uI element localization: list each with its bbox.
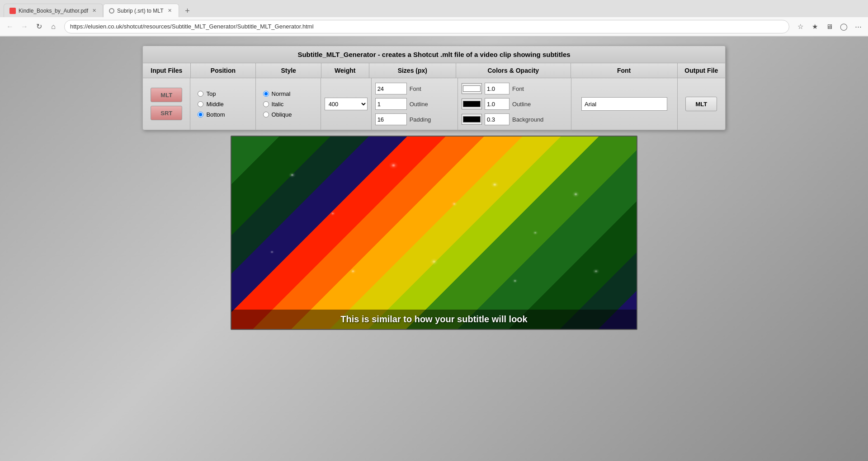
outline-size-label: Outline — [410, 101, 428, 108]
toolbar-icons: ☆ ★ 🖥 ◯ ⋯ — [794, 20, 864, 33]
tab-srt-close[interactable]: ✕ — [166, 7, 173, 14]
background-opacity-input[interactable] — [485, 113, 509, 125]
style-normal-label: Normal — [272, 90, 291, 97]
water-drops-overlay — [231, 136, 637, 329]
style-col: Normal Italic Oblique — [256, 78, 321, 130]
position-top-radio[interactable] — [198, 91, 203, 97]
colors-col: Font Outline Background — [458, 78, 571, 130]
style-radio-group: Normal Italic Oblique — [259, 89, 317, 120]
add-tab-button[interactable]: + — [181, 5, 193, 17]
tab-pdf[interactable]: Kindle_Books_by_Author.pdf ✕ — [4, 4, 103, 17]
position-middle-label: Middle — [206, 101, 223, 108]
toolbar-bar: ← → ↻ ⌂ ☆ ★ 🖥 ◯ ⋯ — [0, 17, 868, 36]
font-col — [571, 78, 677, 130]
style-oblique-label: Oblique — [272, 111, 292, 118]
address-bar[interactable] — [64, 20, 789, 33]
background-color-row: Background — [462, 113, 567, 125]
font-size-input[interactable] — [375, 83, 407, 94]
position-bottom-radio[interactable] — [198, 112, 203, 118]
preview-area: This is similar to how your subtitle wil… — [231, 136, 637, 330]
header-output: Output File — [678, 63, 725, 78]
font-name-input[interactable] — [581, 97, 667, 111]
menu-icon[interactable]: ⋯ — [852, 20, 864, 33]
browser-chrome: Kindle_Books_by_Author.pdf ✕ Subrip (.sr… — [0, 0, 868, 37]
column-headers: Input Files Position Style Weight Sizes … — [143, 63, 725, 78]
font-color-swatch[interactable] — [462, 83, 482, 94]
background-color-label: Background — [512, 116, 543, 123]
app-panel: Subtitle_MLT_Generator - creates a Shotc… — [142, 46, 726, 130]
outline-color-swatch[interactable] — [462, 99, 482, 109]
subtitle-text: This is similar to how your subtitle wil… — [340, 314, 527, 325]
header-font: Font — [571, 63, 678, 78]
position-radio-group: Top Middle Bottom — [194, 89, 251, 120]
position-top-option[interactable]: Top — [198, 90, 248, 97]
back-button[interactable]: ← — [4, 20, 16, 33]
outline-size-input[interactable] — [375, 98, 407, 110]
position-top-label: Top — [206, 90, 216, 97]
outline-size-row: Outline — [375, 98, 454, 110]
position-middle-option[interactable]: Middle — [198, 101, 248, 108]
reload-button[interactable]: ↻ — [33, 20, 45, 33]
style-oblique-radio[interactable] — [263, 112, 269, 118]
pdf-icon — [9, 8, 16, 14]
extensions-icon[interactable]: 🖥 — [823, 20, 835, 33]
output-col: MLT — [678, 78, 725, 130]
tab-srt-label: Subrip (.srt) to MLT — [117, 8, 163, 14]
outline-color-label: Outline — [512, 101, 531, 108]
position-col: Top Middle Bottom — [190, 78, 255, 130]
tab-bar: Kindle_Books_by_Author.pdf ✕ Subrip (.sr… — [0, 0, 868, 17]
collections-icon[interactable]: ★ — [808, 20, 821, 33]
tab-pdf-close[interactable]: ✕ — [91, 7, 97, 14]
app-title: Subtitle_MLT_Generator - creates a Shotc… — [143, 46, 725, 63]
mlt-output-button[interactable]: MLT — [685, 97, 717, 111]
style-normal-radio[interactable] — [263, 91, 269, 97]
tab-pdf-label: Kindle_Books_by_Author.pdf — [19, 8, 88, 14]
style-oblique-option[interactable]: Oblique — [263, 111, 313, 118]
position-bottom-label: Bottom — [206, 111, 225, 118]
home-button[interactable]: ⌂ — [47, 20, 60, 33]
style-normal-option[interactable]: Normal — [263, 90, 313, 97]
font-color-label: Font — [512, 85, 524, 92]
tab-srt[interactable]: Subrip (.srt) to MLT ✕ — [103, 4, 179, 17]
header-input-files: Input Files — [143, 63, 191, 78]
font-color-row: Font — [462, 83, 567, 94]
header-style: Style — [256, 63, 321, 78]
doc-icon — [109, 8, 114, 14]
outline-color-row: Outline — [462, 98, 567, 110]
header-colors: Colors & Opacity — [456, 63, 571, 78]
weight-select[interactable]: 100 200 300 400 500 600 700 800 900 — [325, 98, 368, 110]
padding-size-input[interactable] — [375, 113, 407, 125]
outline-opacity-input[interactable] — [485, 98, 509, 110]
sizes-col: Font Outline Padding — [372, 78, 458, 130]
padding-size-row: Padding — [375, 113, 454, 125]
content-area: Subtitle_MLT_Generator - creates a Shotc… — [0, 37, 868, 339]
position-bottom-option[interactable]: Bottom — [198, 111, 248, 118]
favorites-icon[interactable]: ☆ — [794, 20, 807, 33]
font-size-row: Font — [375, 83, 454, 94]
font-opacity-input[interactable] — [485, 83, 509, 94]
background-color-swatch[interactable] — [462, 114, 482, 125]
input-files-col: MLT SRT — [143, 78, 190, 130]
style-italic-radio[interactable] — [263, 101, 269, 107]
profile-icon[interactable]: ◯ — [837, 20, 850, 33]
mlt-input-button[interactable]: MLT — [151, 88, 182, 102]
subtitle-bar: This is similar to how your subtitle wil… — [231, 310, 637, 329]
pencils-container — [231, 136, 637, 329]
header-position: Position — [191, 63, 256, 78]
padding-size-label: Padding — [410, 116, 431, 123]
header-sizes: Sizes (px) — [369, 63, 457, 78]
style-italic-option[interactable]: Italic — [263, 101, 313, 108]
controls-row: MLT SRT Top Middle Bottom — [143, 78, 725, 130]
font-size-label: Font — [410, 85, 421, 92]
header-weight: Weight — [321, 63, 369, 78]
position-middle-radio[interactable] — [198, 101, 203, 107]
forward-button[interactable]: → — [18, 20, 31, 33]
weight-col: 100 200 300 400 500 600 700 800 900 — [321, 78, 372, 130]
srt-input-button[interactable]: SRT — [151, 106, 182, 120]
style-italic-label: Italic — [272, 101, 284, 108]
